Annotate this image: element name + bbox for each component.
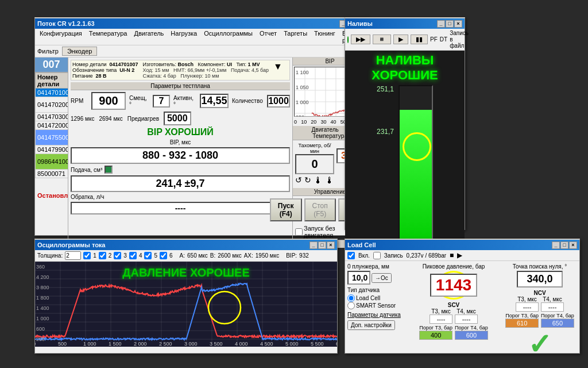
loadcell-maximize[interactable]: □ — [560, 241, 568, 249]
ncv-thresh-t4-col: Порог T4, бар 650 — [541, 313, 574, 328]
table-row[interactable]: 0414755007Rated point — [36, 130, 69, 145]
ch5-checkbox[interactable] — [144, 252, 152, 259]
scv-t4-label: T4, мкс — [455, 308, 478, 315]
ncv-t4-value: ---- — [541, 302, 564, 312]
ch2-checkbox[interactable] — [99, 252, 106, 259]
scv-thresh-t4-col: Порог T4, бар 600 — [455, 325, 488, 340]
menu-engine[interactable]: Двигатель — [131, 29, 166, 44]
main-title: Поток CR v1.2.1.63 — [37, 20, 95, 27]
shift-label: Смещ, ° — [129, 95, 149, 108]
naliv-good-label: НАЛИВЫ ХОРОШИЕ — [347, 53, 462, 83]
part-cell: 0414702007 — [36, 97, 69, 113]
osc-close[interactable]: × — [327, 241, 335, 249]
lc-radio1[interactable] — [347, 294, 355, 302]
plunger-set-btn[interactable]: →Ос — [372, 273, 392, 283]
loadcell-title-bar: Load Cell _ □ × — [345, 240, 579, 250]
scv-t3-label: T3, мкс — [430, 308, 452, 315]
engine-side: Тахометр, об/мин 0 ↺ ↻ 🌡 🌡 — [295, 143, 334, 186]
scv-row: T3, мкс ---- T4, мкс ---- — [407, 308, 500, 324]
count-label: Количество — [232, 98, 264, 104]
naliv-minimize[interactable]: _ — [437, 20, 445, 28]
lc-enable-checkbox[interactable] — [347, 252, 355, 259]
ncv-thresholds: Порог T3, бар 610 Порог T4, бар 650 — [502, 313, 577, 328]
lc-voltage: 0,237v / 689bar — [407, 252, 447, 259]
sensor-params-link[interactable]: Параметры датчика — [347, 312, 405, 318]
table-row[interactable]: 0414799007Conditio... — [36, 145, 69, 154]
plunger-value: 10,0 — [347, 271, 370, 285]
menu-tuning[interactable]: Тюнинг — [312, 29, 338, 44]
ch2-label: 2 — [109, 252, 112, 259]
menu-load[interactable]: Нагрузка — [168, 29, 199, 44]
naliv-close[interactable]: × — [454, 20, 462, 28]
timing-row: 1296 мкс 2694 мкс Предиагрев 5000 — [71, 112, 290, 125]
dt-label: DT — [440, 36, 447, 43]
start-btn[interactable]: Пуск (F4) — [270, 198, 302, 221]
no-engine-checkbox[interactable] — [295, 228, 303, 236]
menu-targets[interactable]: Таргеты — [281, 29, 310, 44]
rpm-row: RPM 900 Смещ, ° 7 Активн, ° 14,55 Количе… — [71, 92, 290, 110]
table-row[interactable]: 0414702007Clean Run — [36, 97, 69, 113]
engine-icon1[interactable]: ↺ — [295, 175, 302, 186]
loadcell-close[interactable]: × — [569, 241, 577, 249]
adv-settings-btn[interactable]: Доп. настройки — [347, 320, 395, 330]
menu-config[interactable]: Конфигурация — [37, 29, 84, 44]
osc-title-bar: Осциллограммы тока _ □ × — [35, 240, 337, 250]
table-row[interactable]: 0414720007Conditio... — [36, 121, 69, 130]
menu-report[interactable]: Отчет — [257, 29, 279, 44]
ch4-checkbox[interactable] — [129, 252, 137, 259]
naliv-btn3[interactable]: ▶ — [393, 34, 408, 44]
naliv-maximize[interactable]: □ — [446, 20, 454, 28]
naliv-title-controls: _ □ × — [437, 20, 462, 28]
scv-section: SCV T3, мкс ---- T4, мкс ---- Порог T3, … — [407, 302, 500, 340]
ncv-t3-value: ---- — [516, 302, 539, 312]
lc-radio2[interactable] — [347, 302, 355, 309]
loadcell-radio: Load Cell — [347, 294, 405, 302]
table-row[interactable]: 0414703007Warm Up — [36, 113, 69, 121]
stop-btn[interactable]: Стоп (F5) — [304, 198, 336, 221]
ch1-label: 1 — [93, 252, 96, 259]
osc-maximize[interactable]: □ — [318, 241, 326, 249]
table-row[interactable]: 0986441007Peak torque — [36, 154, 69, 170]
specs-info2: Сжатка: 4 бар Плунжер: 10 мм — [143, 73, 269, 79]
engine-icon2[interactable]: ↻ — [304, 175, 311, 186]
naliv-title-bar: Наливы _ □ × — [345, 18, 465, 29]
loadcell-minimize[interactable]: _ — [552, 241, 560, 249]
loadcell-title: Load Cell — [347, 241, 376, 248]
lc-enable-label: Вкл. — [358, 252, 370, 259]
ch1-checkbox[interactable] — [83, 252, 91, 259]
lc-record-checkbox[interactable] — [373, 252, 381, 259]
ch3-checkbox[interactable] — [114, 252, 121, 259]
scv-thresh-t3-val: 400 — [419, 331, 452, 340]
encoder-btn[interactable]: Энкодер — [62, 47, 97, 56]
ch6-checkbox[interactable] — [160, 252, 167, 259]
bip-osc-value: 932 — [299, 252, 309, 259]
osc-minimize[interactable]: _ — [310, 241, 318, 249]
naliv-btn1[interactable]: ▶▶ — [351, 34, 370, 44]
ncv-thresh-t3-col: Порог T3, бар 610 — [505, 313, 539, 328]
scv-label: SCV — [407, 302, 500, 308]
menu-osc[interactable]: Осциллограммы — [202, 29, 255, 44]
part-number-value: 007 — [42, 59, 60, 70]
table-row[interactable]: 85000071 — [36, 170, 69, 178]
main-window: Поток CR v1.2.1.63 _ □ × Конфигурация Те… — [34, 17, 368, 236]
part-number-header: 007 — [35, 57, 68, 72]
bip-range: 880 - 932 - 1080 — [71, 147, 290, 164]
supply-label: Подача, см³ — [71, 167, 102, 173]
bip-good-label: BIP ХОРОШИЙ — [71, 127, 290, 137]
active-label: Активн, ° — [173, 95, 196, 108]
table-row[interactable]: 0414701007Start up — [36, 89, 69, 97]
lc-icon2[interactable]: ▶ — [457, 251, 462, 259]
osc-toolbar: Толщина: 1 2 3 4 5 6 A: 650 мкс B: 2600 … — [35, 250, 337, 262]
naliv-btn4[interactable]: ▮▮ — [411, 34, 428, 44]
menu-temp[interactable]: Температура — [87, 29, 130, 44]
active-value: 14,55 — [200, 94, 229, 108]
scv-thresh-t3-col: Порог T3, бар 400 — [419, 325, 452, 340]
toolbar: Фильтр Энкодер — [35, 45, 367, 57]
lc-icon-btn[interactable]: ■ — [450, 251, 454, 259]
bip-osc-label: BIP: — [286, 252, 297, 259]
naliv-btn2[interactable]: ◾ — [373, 34, 391, 44]
peak-circle: 1143 — [436, 271, 471, 300]
scv-thresholds: Порог T3, бар 400 Порог T4, бар 600 — [407, 325, 500, 340]
thickness-input[interactable] — [65, 251, 81, 260]
naliv-bar — [399, 85, 433, 246]
